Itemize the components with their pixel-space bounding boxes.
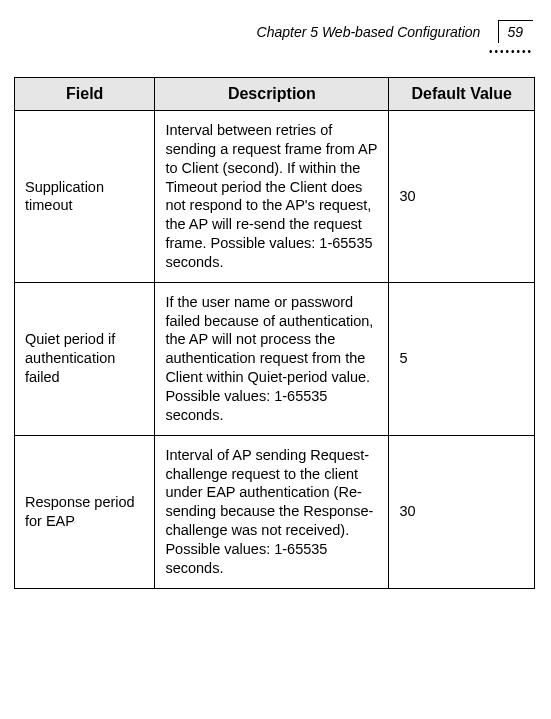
cell-field: Response period for EAP (15, 435, 155, 588)
table-header-row: Field Description Default Value (15, 78, 535, 111)
page-number: 59 (498, 20, 533, 43)
cell-description: Interval between retries of sending a re… (155, 111, 389, 283)
header-default-value: Default Value (389, 78, 535, 111)
table-row: Response period for EAP Interval of AP s… (15, 435, 535, 588)
config-table: Field Description Default Value Supplica… (14, 77, 535, 589)
chapter-title: Chapter 5 Web-based Configuration (257, 24, 481, 40)
cell-description: Interval of AP sending Request-challenge… (155, 435, 389, 588)
page-header: Chapter 5 Web-based Configuration 59 (14, 20, 535, 43)
cell-default-value: 5 (389, 282, 535, 435)
header-field: Field (15, 78, 155, 111)
header-description: Description (155, 78, 389, 111)
table-row: Quiet period if authentication failed If… (15, 282, 535, 435)
table-row: Supplication timeout Interval between re… (15, 111, 535, 283)
cell-field: Supplication timeout (15, 111, 155, 283)
cell-description: If the user name or password failed beca… (155, 282, 389, 435)
header-dots: •••••••• (14, 49, 535, 55)
cell-field: Quiet period if authentication failed (15, 282, 155, 435)
cell-default-value: 30 (389, 435, 535, 588)
cell-default-value: 30 (389, 111, 535, 283)
